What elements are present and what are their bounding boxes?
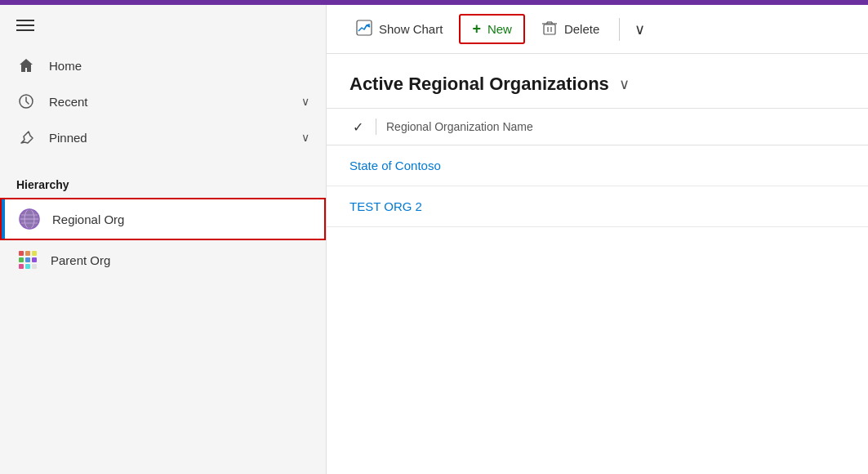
toolbar: Show Chart + New	[327, 5, 868, 54]
main-layout: Home Recent ∨	[0, 5, 868, 474]
svg-rect-15	[32, 264, 37, 269]
svg-rect-7	[19, 251, 24, 256]
table-row[interactable]: State of Contoso	[327, 145, 868, 186]
header-divider	[376, 118, 376, 135]
main-content: Show Chart + New	[327, 5, 868, 474]
hierarchy-item-label-regional-org: Regional Org	[52, 212, 308, 226]
content-header: Active Regional Organizations ∨	[327, 54, 868, 109]
hamburger-menu-icon[interactable]	[16, 20, 34, 31]
row-link-state-of-contoso[interactable]: State of Contoso	[349, 159, 441, 172]
delete-icon	[541, 20, 558, 38]
delete-button[interactable]: Delete	[528, 13, 612, 45]
svg-rect-8	[25, 251, 30, 256]
hierarchy-section-label: Hierarchy	[0, 163, 326, 198]
sidebar-header	[0, 5, 326, 39]
clock-icon	[16, 92, 36, 111]
toolbar-separator	[619, 18, 620, 41]
selected-accent	[2, 199, 5, 239]
pin-icon	[16, 127, 36, 147]
recent-chevron: ∨	[301, 95, 309, 108]
sidebar-item-label-pinned: Pinned	[49, 131, 288, 145]
more-button[interactable]: ∨	[626, 14, 653, 45]
chevron-down-icon: ∨	[634, 20, 645, 38]
sidebar-item-label-recent: Recent	[49, 95, 288, 109]
hierarchy-item-parent-org[interactable]: Parent Org	[0, 240, 326, 279]
grid-icon	[16, 248, 39, 271]
show-chart-label: Show Chart	[379, 22, 443, 36]
hierarchy-item-regional-org[interactable]: Regional Org	[0, 198, 326, 240]
delete-label: Delete	[564, 22, 599, 36]
show-chart-button[interactable]: Show Chart	[343, 13, 456, 45]
column-header-name[interactable]: Regional Organization Name	[386, 120, 533, 133]
header-checkmark[interactable]: ✓	[349, 118, 366, 135]
plus-icon: +	[472, 20, 481, 38]
svg-rect-14	[25, 264, 30, 269]
table-column-header: ✓ Regional Organization Name	[327, 109, 868, 145]
sidebar-item-home[interactable]: Home	[0, 47, 326, 83]
sidebar-nav: Home Recent ∨	[0, 39, 326, 163]
svg-rect-10	[19, 257, 24, 262]
home-icon	[16, 56, 36, 75]
content-title-chevron[interactable]: ∨	[619, 75, 630, 93]
hierarchy-item-label-parent-org: Parent Org	[51, 253, 309, 267]
sidebar-item-pinned[interactable]: Pinned ∨	[0, 119, 326, 155]
table-row[interactable]: TEST ORG 2	[327, 186, 868, 227]
svg-rect-9	[32, 251, 37, 256]
chart-icon	[356, 20, 372, 38]
sidebar-item-recent[interactable]: Recent ∨	[0, 83, 326, 119]
svg-rect-11	[25, 257, 30, 262]
row-link-test-org-2[interactable]: TEST ORG 2	[349, 199, 422, 213]
svg-rect-17	[544, 25, 555, 34]
svg-rect-12	[32, 257, 37, 262]
content-title: Active Regional Organizations	[349, 74, 609, 95]
sidebar: Home Recent ∨	[0, 5, 327, 474]
svg-rect-16	[357, 20, 372, 35]
pinned-chevron: ∨	[301, 131, 309, 144]
new-button[interactable]: + New	[459, 14, 525, 44]
sidebar-item-label-home: Home	[49, 59, 309, 73]
svg-rect-13	[19, 264, 24, 269]
new-label: New	[487, 22, 512, 36]
globe-icon	[18, 208, 41, 230]
